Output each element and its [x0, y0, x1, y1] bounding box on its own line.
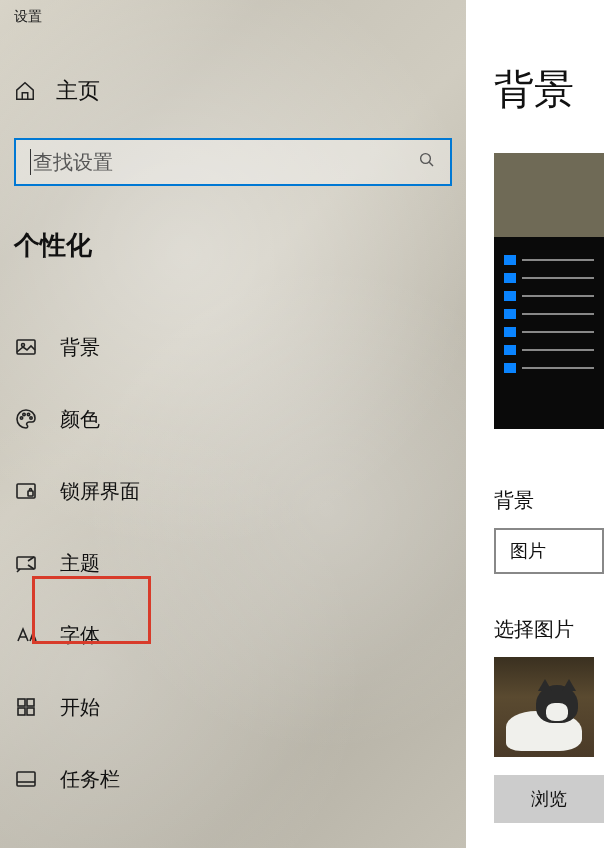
svg-rect-13 — [18, 708, 25, 715]
svg-point-0 — [421, 154, 431, 164]
category-title: 个性化 — [14, 228, 452, 263]
search-box[interactable] — [14, 138, 452, 186]
nav-label: 背景 — [60, 334, 100, 361]
main-content: 背景 背景 图片 选择图片 浏览 — [466, 0, 604, 848]
browse-label: 浏览 — [531, 787, 567, 811]
nav-home[interactable]: 主页 — [14, 76, 452, 106]
lockscreen-icon — [14, 479, 38, 503]
settings-sidebar: 设置 主页 个性化 背景 — [0, 0, 466, 848]
nav-label: 主题 — [60, 550, 100, 577]
nav-label: 锁屏界面 — [60, 478, 140, 505]
background-preview — [494, 153, 604, 429]
picture-icon — [14, 335, 38, 359]
dropdown-value: 图片 — [510, 539, 546, 563]
background-section-label: 背景 — [494, 487, 604, 514]
nav-item-themes[interactable]: 主题 — [14, 527, 452, 599]
svg-rect-15 — [17, 772, 35, 786]
svg-rect-12 — [27, 699, 34, 706]
nav-label: 开始 — [60, 694, 100, 721]
nav-label: 任务栏 — [60, 766, 120, 793]
search-icon[interactable] — [418, 151, 436, 173]
nav-item-taskbar[interactable]: 任务栏 — [14, 743, 452, 815]
preview-window — [494, 237, 604, 429]
search-input[interactable] — [33, 151, 418, 174]
nav-item-start[interactable]: 开始 — [14, 671, 452, 743]
image-thumbnail[interactable] — [494, 657, 594, 757]
app-title: 设置 — [14, 8, 452, 26]
browse-button[interactable]: 浏览 — [494, 775, 604, 823]
svg-point-7 — [30, 417, 32, 419]
nav-item-fonts[interactable]: 字体 — [14, 599, 452, 671]
svg-rect-9 — [28, 491, 33, 496]
text-cursor — [30, 149, 31, 175]
start-icon — [14, 695, 38, 719]
nav-label: 字体 — [60, 622, 100, 649]
svg-point-5 — [23, 413, 25, 415]
nav-item-colors[interactable]: 颜色 — [14, 383, 452, 455]
themes-icon — [14, 551, 38, 575]
page-title: 背景 — [494, 62, 604, 117]
nav-label: 颜色 — [60, 406, 100, 433]
home-icon — [14, 80, 36, 102]
taskbar-icon — [14, 767, 38, 791]
palette-icon — [14, 407, 38, 431]
svg-rect-11 — [18, 699, 25, 706]
font-icon — [14, 623, 38, 647]
choose-image-label: 选择图片 — [494, 616, 604, 643]
nav-item-background[interactable]: 背景 — [14, 311, 452, 383]
home-label: 主页 — [56, 76, 100, 106]
svg-line-1 — [429, 162, 433, 166]
svg-point-4 — [20, 417, 22, 419]
svg-point-6 — [27, 413, 29, 415]
svg-rect-14 — [27, 708, 34, 715]
nav-item-lockscreen[interactable]: 锁屏界面 — [14, 455, 452, 527]
background-type-dropdown[interactable]: 图片 — [494, 528, 604, 574]
